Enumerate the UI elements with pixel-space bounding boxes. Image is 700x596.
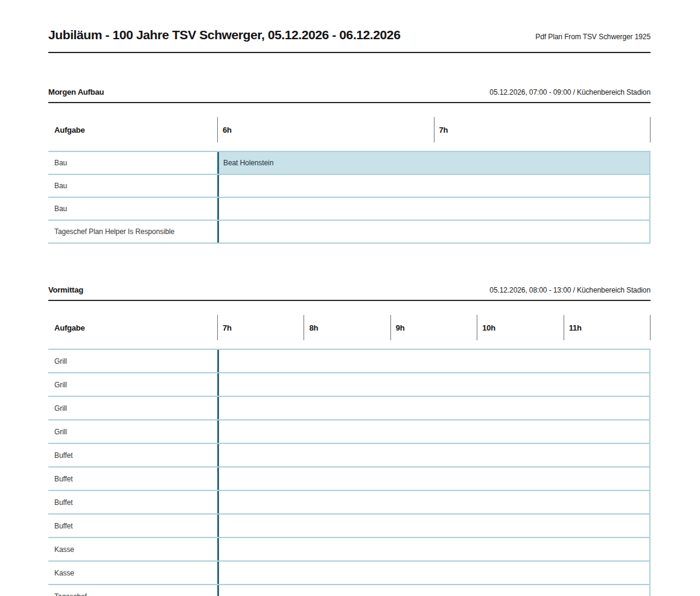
row-label: Tageschef xyxy=(48,585,217,596)
row-label: Grill xyxy=(48,397,217,419)
row-timeline xyxy=(217,468,651,490)
hour-column-header-9h: 9h xyxy=(390,315,477,340)
row-timeline xyxy=(217,538,651,560)
row-timeline xyxy=(217,562,651,584)
row-timeline xyxy=(217,221,651,243)
section-meta: 05.12.2026, 08:00 - 13:00 / Küchenbereic… xyxy=(489,286,651,295)
schedule-column-header-row: Aufgabe6h7h xyxy=(48,117,651,142)
table-row: Bau xyxy=(48,198,651,221)
section-title: Vormittag xyxy=(48,285,83,295)
header-row: Jubiläum - 100 Jahre TSV Schwerger, 05.1… xyxy=(48,27,651,43)
hour-column-header-10h: 10h xyxy=(477,315,563,340)
table-row: Tageschef Plan Helper Is Responsible xyxy=(48,221,651,244)
row-label: Buffet xyxy=(48,468,217,490)
table-row: Buffet xyxy=(48,468,651,491)
row-timeline xyxy=(217,198,651,220)
row-label: Bau xyxy=(48,198,217,220)
row-timeline xyxy=(217,373,651,396)
task-column-header: Aufgabe xyxy=(48,117,217,142)
row-label: Grill xyxy=(48,350,217,372)
shift-entry: Beat Holenstein xyxy=(219,159,273,167)
row-timeline xyxy=(217,515,651,537)
row-timeline xyxy=(217,444,651,466)
row-label: Buffet xyxy=(48,515,217,537)
row-timeline xyxy=(217,175,651,197)
table-row: Grill xyxy=(48,397,651,420)
row-label: Tageschef Plan Helper Is Responsible xyxy=(48,221,217,243)
section-meta: 05.12.2026, 07:00 - 09:00 / Küchenbereic… xyxy=(489,88,651,97)
row-label: Buffet xyxy=(48,444,217,466)
row-timeline xyxy=(217,491,651,513)
table-row: Bau xyxy=(48,175,651,198)
table-row: Buffet xyxy=(48,444,651,468)
table-row: Kasse xyxy=(48,538,651,562)
section-title: Morgen Aufbau xyxy=(48,87,104,97)
row-timeline xyxy=(217,585,651,596)
schedule-table: GrillGrillGrillGrillBuffetBuffetBuffetBu… xyxy=(48,349,651,596)
pdf-plan-page: Jubiläum - 100 Jahre TSV Schwerger, 05.1… xyxy=(0,0,700,596)
hour-column-header-7h: 7h xyxy=(217,315,304,340)
row-timeline xyxy=(217,350,651,372)
row-timeline xyxy=(217,397,651,419)
sections: Morgen Aufbau05.12.2026, 07:00 - 09:00 /… xyxy=(48,87,651,596)
hour-column-header-8h: 8h xyxy=(304,315,390,340)
page-title: Jubiläum - 100 Jahre TSV Schwerger, 05.1… xyxy=(48,27,400,43)
row-label: Buffet xyxy=(48,491,217,513)
hour-column-header-11h: 11h xyxy=(564,315,650,340)
table-row: Tageschef xyxy=(48,585,651,596)
section-vormittag: Vormittag05.12.2026, 08:00 - 13:00 / Küc… xyxy=(48,285,651,596)
row-timeline xyxy=(217,420,651,443)
row-label: Bau xyxy=(48,152,217,174)
row-timeline: Beat Holenstein xyxy=(217,152,651,174)
header-rule xyxy=(48,52,651,53)
section-header: Vormittag05.12.2026, 08:00 - 13:00 / Küc… xyxy=(48,285,651,301)
row-label: Kasse xyxy=(48,538,217,560)
table-row: Buffet xyxy=(48,491,651,515)
row-label: Kasse xyxy=(48,562,217,584)
hour-column-header-7h: 7h xyxy=(434,117,651,142)
schedule-column-header-row: Aufgabe7h8h9h10h11h xyxy=(48,315,651,340)
task-column-header: Aufgabe xyxy=(48,315,217,340)
row-label: Grill xyxy=(48,420,217,443)
hour-column-header-6h: 6h xyxy=(217,117,434,142)
table-row: Grill xyxy=(48,350,651,373)
section-header: Morgen Aufbau05.12.2026, 07:00 - 09:00 /… xyxy=(48,87,651,103)
schedule-table: BauBeat HolensteinBauBauTageschef Plan H… xyxy=(48,151,651,244)
row-label: Bau xyxy=(48,175,217,197)
source-label: Pdf Plan From TSV Schwerger 1925 xyxy=(535,33,651,41)
table-row: Kasse xyxy=(48,562,651,585)
table-row: Grill xyxy=(48,373,651,397)
section-morgen-aufbau: Morgen Aufbau05.12.2026, 07:00 - 09:00 /… xyxy=(48,87,651,244)
table-row: Grill xyxy=(48,420,651,444)
table-row: Buffet xyxy=(48,515,651,538)
row-label: Grill xyxy=(48,373,217,396)
page-header: Jubiläum - 100 Jahre TSV Schwerger, 05.1… xyxy=(48,0,651,53)
table-row: BauBeat Holenstein xyxy=(48,152,651,175)
